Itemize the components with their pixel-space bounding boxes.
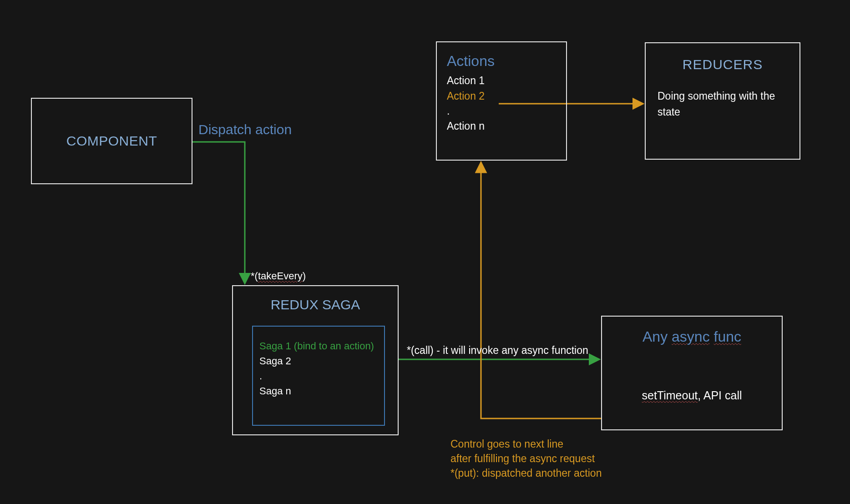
control-flow-label: Control goes to next line after fulfilli… xyxy=(450,437,660,481)
async-func-box: Any async func setTimeout, API call xyxy=(601,316,783,430)
redux-saga-title: REDUX SAGA xyxy=(233,297,398,312)
async-body-apicall: , API call xyxy=(698,389,742,402)
take-every-label: *(takeEvery) xyxy=(251,270,306,282)
saga-list-box: Saga 1 (bind to an action) Saga 2 . Saga… xyxy=(252,326,385,426)
reducers-body: Doing something with the state xyxy=(658,88,788,120)
component-title: COMPONENT xyxy=(66,133,157,149)
action-item-n: Action n xyxy=(447,119,556,134)
control-line-1: Control goes to next line xyxy=(450,437,660,451)
saga-item-n: Saga n xyxy=(259,383,377,398)
component-box: COMPONENT xyxy=(31,98,192,184)
action-item-1: Action 1 xyxy=(447,73,556,88)
dispatch-action-label: Dispatch action xyxy=(198,122,292,137)
arrow-dispatch xyxy=(192,142,245,283)
saga-item-1: Saga 1 (bind to an action) xyxy=(259,338,377,353)
action-item-dot: . xyxy=(447,104,556,119)
actions-title: Actions xyxy=(447,50,556,71)
reducers-box: REDUCERS Doing something with the state xyxy=(645,42,800,160)
control-line-3: *(put): dispatched another action xyxy=(450,466,660,480)
actions-box: Actions Action 1 Action 2 . Action n xyxy=(436,41,567,161)
async-body-settimeout: setTimeout xyxy=(642,389,698,402)
arrow-put xyxy=(481,163,601,418)
async-func-title: Any async func xyxy=(612,328,772,345)
saga-item-dot: . xyxy=(259,368,377,383)
saga-item-2: Saga 2 xyxy=(259,353,377,368)
control-line-2: after fulfilling the async request xyxy=(450,451,660,466)
call-label: *(call) - it will invoke any async funct… xyxy=(407,343,589,358)
take-every-text: takeEvery xyxy=(258,270,303,282)
action-item-2: Action 2 xyxy=(447,89,556,104)
diagram-stage: COMPONENT Dispatch action *(takeEvery) R… xyxy=(0,0,850,504)
reducers-title: REDUCERS xyxy=(658,54,788,75)
async-func-body: setTimeout, API call xyxy=(612,389,772,402)
